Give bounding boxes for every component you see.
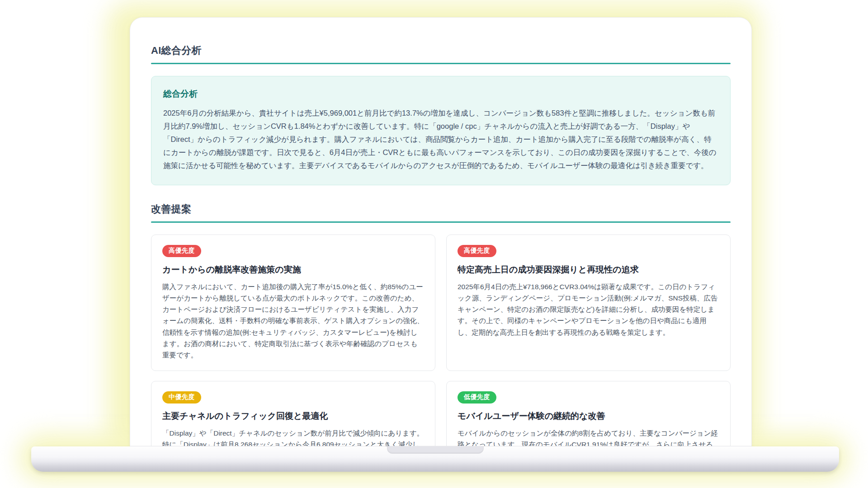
priority-badge-low: 低優先度 <box>458 391 496 404</box>
card-body: 購入ファネルにおいて、カート追加後の購入完了率が15.0%と低く、約85%のユー… <box>162 281 424 361</box>
suggestion-card-channel-traffic: 中優先度 主要チャネルのトラフィック回復と最適化 「Display」や「Dire… <box>151 381 435 446</box>
summary-text: 2025年6月の分析結果から、貴社サイトは売上¥5,969,001と前月比で約1… <box>163 107 718 172</box>
laptop-base <box>31 446 839 472</box>
section-title-suggestions: 改善提案 <box>151 202 731 216</box>
page-content: AI総合分析 総合分析 2025年6月の分析結果から、貴社サイトは売上¥5,96… <box>130 18 751 446</box>
card-body: 「Display」や「Direct」チャネルのセッション数が前月比で減少傾向にあ… <box>162 427 424 446</box>
card-title: モバイルユーザー体験の継続的な改善 <box>458 410 719 422</box>
laptop-base-notch <box>387 446 484 454</box>
card-body: モバイルからのセッションが全体の約8割を占めており、主要なコンバージョン経路とな… <box>458 427 719 446</box>
laptop-screen: AI総合分析 総合分析 2025年6月の分析結果から、貴社サイトは売上¥5,96… <box>130 17 752 446</box>
card-title: 特定高売上日の成功要因深掘りと再現性の追求 <box>458 264 719 276</box>
summary-title: 総合分析 <box>163 88 718 100</box>
suggestion-card-cart-abandonment: 高優先度 カートからの離脱率改善施策の実施 購入ファネルにおいて、カート追加後の… <box>151 235 435 371</box>
section-divider <box>151 221 731 223</box>
suggestion-card-mobile-ux: 低優先度 モバイルユーザー体験の継続的な改善 モバイルからのセッションが全体の約… <box>446 381 731 446</box>
priority-badge-medium: 中優先度 <box>162 391 201 404</box>
section-title-ai-analysis: AI総合分析 <box>151 44 731 57</box>
card-body: 2025年6月4日の売上¥718,966とCVR3.04%は顕著な成果です。この… <box>458 281 719 338</box>
section-divider <box>151 63 731 64</box>
card-title: カートからの離脱率改善施策の実施 <box>162 264 424 276</box>
summary-card: 総合分析 2025年6月の分析結果から、貴社サイトは売上¥5,969,001と前… <box>151 76 731 185</box>
card-title: 主要チャネルのトラフィック回復と最適化 <box>162 410 424 422</box>
suggestion-card-high-sales-day: 高優先度 特定高売上日の成功要因深掘りと再現性の追求 2025年6月4日の売上¥… <box>446 235 731 371</box>
suggestion-cards-grid: 高優先度 カートからの離脱率改善施策の実施 購入ファネルにおいて、カート追加後の… <box>151 235 731 446</box>
priority-badge-high: 高優先度 <box>162 245 201 257</box>
priority-badge-high: 高優先度 <box>458 245 496 257</box>
